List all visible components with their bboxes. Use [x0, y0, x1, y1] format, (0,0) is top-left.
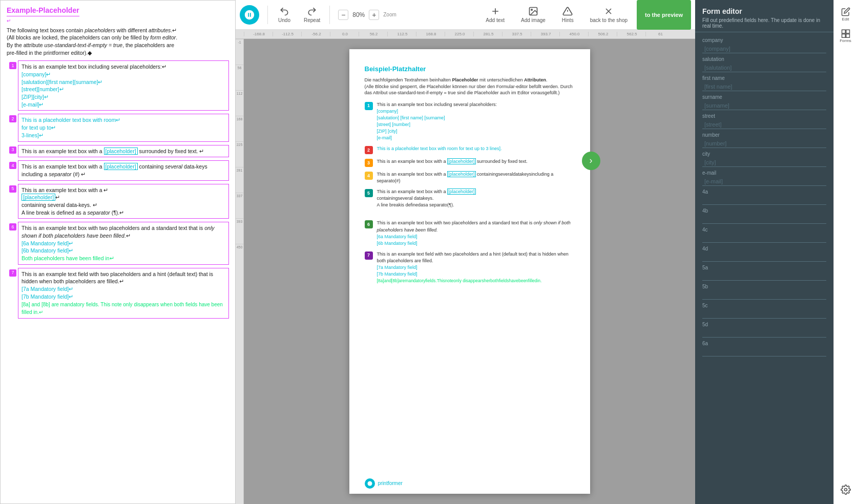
form-field-row: number — [695, 130, 833, 149]
repeat-button[interactable]: Repeat — [299, 4, 325, 25]
field-input-5a[interactable] — [702, 272, 826, 281]
zoom-control: − 80% + Zoom — [334, 10, 401, 20]
svg-point-11 — [844, 489, 847, 491]
field-label: 5d — [702, 322, 826, 327]
toolbar: Undo Repeat − 80% + Zoom Add text Add im… — [236, 0, 695, 30]
form-field-row: city — [695, 149, 833, 168]
field-input-4c[interactable] — [702, 234, 826, 243]
field-input-5c[interactable] — [702, 310, 826, 319]
svg-rect-9 — [842, 34, 845, 38]
form-field-row: 4d — [695, 244, 833, 263]
field-label: number — [702, 132, 826, 138]
field-input-6a[interactable] — [702, 348, 826, 356]
preview-button[interactable]: to the preview — [637, 0, 691, 30]
form-field-row: 5b — [695, 282, 833, 301]
form-field-row: 4c — [695, 225, 833, 244]
left-editor-panel: Example-Placeholder ↵ The following text… — [0, 0, 236, 504]
form-field-row: 5c — [695, 301, 833, 320]
page-bottom-logo: printformer — [365, 478, 403, 489]
close-button[interactable]: back to the shop — [583, 4, 635, 25]
field-label: 5a — [702, 265, 826, 270]
separator-1 — [267, 6, 268, 24]
field-label: street — [702, 113, 826, 119]
page-block-1: 1 This is an example text box including … — [365, 101, 575, 141]
field-input-surname[interactable] — [702, 101, 826, 110]
zoom-out-button[interactable]: − — [338, 10, 348, 20]
field-label: 6a — [702, 341, 826, 346]
svg-point-1 — [531, 9, 533, 10]
svg-rect-10 — [846, 34, 849, 38]
text-block-5: 5 This is an example text box with a ↵ [… — [18, 184, 229, 219]
add-text-button[interactable]: Add text — [478, 4, 512, 25]
field-label: surname — [702, 94, 826, 100]
field-label: e-mail — [702, 170, 826, 176]
text-block-6: 6 This is an example text box with two p… — [18, 222, 229, 264]
form-field-row: 4a — [695, 187, 833, 206]
field-input-4d[interactable] — [702, 253, 826, 262]
form-field-row: salutation — [695, 54, 833, 73]
field-label: 4c — [702, 227, 826, 233]
separator-2 — [329, 6, 330, 24]
text-block-2: 2 This is a placeholder text box with ro… — [18, 114, 229, 141]
undo-button[interactable]: Undo — [272, 4, 297, 25]
form-field-row: 5d — [695, 320, 833, 339]
field-input-5d[interactable] — [702, 329, 826, 338]
form-editor-panel: Form editor Fill out predefined fields h… — [695, 0, 833, 504]
field-label: 4d — [702, 246, 826, 251]
page-block-6: 6 This is an example text box with two p… — [365, 220, 575, 246]
form-editor-title: Form editor — [702, 7, 826, 15]
field-input-5b[interactable] — [702, 291, 826, 300]
form-fields-list: companysalutationfirst namesurnamestreet… — [695, 32, 833, 504]
field-input-company[interactable] — [702, 45, 826, 53]
settings-icon-button[interactable] — [837, 480, 855, 499]
zoom-in-button[interactable]: + — [369, 10, 379, 20]
page-title-de: Beispiel-Platzhalter — [365, 65, 575, 74]
text-block-1: 1 This is an example text box including … — [18, 60, 229, 111]
form-field-row: 6a — [695, 339, 833, 358]
field-input-number[interactable] — [702, 139, 826, 148]
page-block-3: 3 This is an example text box with a [pl… — [365, 158, 575, 167]
add-image-button[interactable]: Add image — [514, 4, 553, 25]
field-input-4b[interactable] — [702, 215, 826, 224]
vertical-ruler: -1 56 112 168 225 281 337 393 450 — [236, 39, 244, 504]
form-field-row: 4b — [695, 206, 833, 225]
form-field-row: first name — [695, 73, 833, 92]
text-block-4: 4 This is an example text box with a [pl… — [18, 160, 229, 180]
field-input-e-mail[interactable] — [702, 177, 826, 186]
horizontal-ruler: -168.8 -112.5 -56.2 0.0 56.2 112.5 168.8… — [236, 30, 695, 39]
svg-rect-7 — [842, 30, 845, 33]
form-editor-description: Fill out predefined fields here. The upd… — [702, 17, 826, 29]
canvas-scroll[interactable]: › Beispiel-Platzhalter Die nachfolgenden… — [244, 39, 695, 504]
canvas-area: -1 56 112 168 225 281 337 393 450 › Beis… — [236, 39, 695, 504]
form-field-row: company — [695, 35, 833, 54]
field-input-street[interactable] — [702, 120, 826, 129]
svg-point-6 — [367, 481, 372, 486]
field-input-first-name[interactable] — [702, 82, 826, 91]
page-block-2: 2 This is a placeholder text box with ro… — [365, 145, 575, 154]
page-intro: Die nachfolgenden Textrahmen beinhalten … — [365, 77, 575, 96]
field-label: first name — [702, 75, 826, 81]
main-editor-area: Undo Repeat − 80% + Zoom Add text Add im… — [236, 0, 695, 504]
field-input-salutation[interactable] — [702, 64, 826, 72]
next-page-button[interactable]: › — [582, 152, 600, 170]
page-block-4: 4 This is an example text box with a [pl… — [365, 171, 575, 184]
page-canvas: › Beispiel-Platzhalter Die nachfolgenden… — [349, 49, 590, 494]
form-field-row: surname — [695, 92, 833, 111]
page-block-7: 7 This is an example text field with two… — [365, 251, 575, 284]
app-logo — [240, 5, 259, 25]
doc-title: Example-Placeholder — [7, 6, 79, 16]
hints-button[interactable]: Hints — [555, 4, 581, 25]
edit-icon-button[interactable]: Edit — [837, 5, 855, 24]
field-input-city[interactable] — [702, 158, 826, 167]
field-input-4a[interactable] — [702, 196, 826, 205]
field-label: 4a — [702, 189, 826, 195]
field-label: 5b — [702, 284, 826, 289]
field-label: city — [702, 151, 826, 157]
forms-icon-button[interactable]: Forms — [837, 27, 855, 45]
field-label: company — [702, 37, 826, 43]
field-label: salutation — [702, 56, 826, 62]
form-field-row: 5a — [695, 263, 833, 282]
svg-rect-8 — [846, 30, 849, 33]
form-field-row: street — [695, 111, 833, 130]
field-label: 4b — [702, 208, 826, 214]
